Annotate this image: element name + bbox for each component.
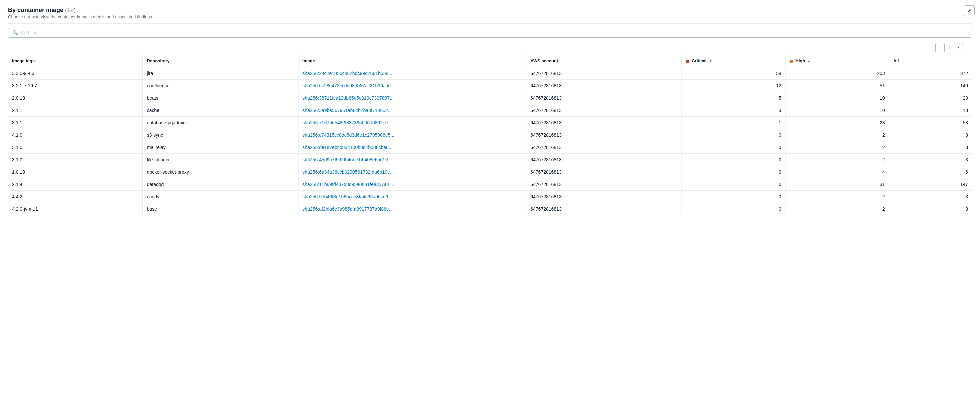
cell-image[interactable]: sha256:71679d548f98373650d6d6862ee... (298, 117, 527, 129)
cell-critical: 58 (682, 67, 786, 80)
cell-high: 31 (786, 178, 889, 191)
cell-critical: 3 (682, 104, 786, 117)
col-header-image: Image (298, 55, 527, 67)
cell-all: 6 (889, 166, 972, 178)
table-row[interactable]: 3.2.1-7.19.7confluencesha256:6c28e473ccd… (8, 80, 972, 92)
cell-aws-account: 647672816813 (527, 80, 682, 92)
critical-sort-icon: ▼ (709, 59, 713, 63)
cell-aws-account: 647672816813 (527, 117, 682, 129)
cell-image[interactable]: sha256:38711fca13db65e5c319c7307887... (298, 92, 527, 104)
pagination-next-button[interactable]: › (954, 43, 963, 52)
cell-aws-account: 647672816813 (527, 104, 682, 117)
cell-high: 10 (786, 92, 889, 104)
cell-image-link[interactable]: sha256:6c28e473ccddd8db87ac31b36add... (302, 83, 395, 88)
cell-high: 2 (786, 129, 889, 141)
cell-repository: mailrelay (143, 141, 298, 154)
high-dot (789, 60, 793, 63)
cell-critical: 0 (682, 154, 786, 166)
cell-critical: 0 (682, 166, 786, 178)
container-images-table: Image tags Repository Image AWS account … (8, 55, 972, 215)
cell-critical: 0 (682, 178, 786, 191)
cell-repository: caddy (143, 191, 298, 203)
col-header-critical[interactable]: Critical ▼ (682, 55, 786, 67)
pagination-row: ‹ 1 › … (8, 43, 972, 52)
header-divider (8, 23, 972, 24)
pagination-prev-button[interactable]: ‹ (935, 43, 945, 52)
pagination-ellipsis: … (965, 45, 972, 50)
table-row[interactable]: 2.1.4datadogsha256:11b69fd437d0d95a0031f… (8, 178, 972, 191)
page-title-text: By container image (8, 7, 64, 13)
cell-high: 2 (786, 141, 889, 154)
cell-aws-account: 647672816813 (527, 203, 682, 215)
table-row[interactable]: 3.1.1database-pgadminsha256:71679d548f98… (8, 117, 972, 129)
cell-aws-account: 647672816813 (527, 191, 682, 203)
cell-image[interactable]: sha256:c74315cc8dc5d3d6e1c2795906e5... (298, 129, 527, 141)
cell-high: 4 (786, 166, 889, 178)
cell-image[interactable]: sha256:6c28e473ccddd8db87ac31b36add... (298, 80, 527, 92)
cell-image-link[interactable]: sha256:3a9ba567961ab64b2ba3f710652... (302, 108, 392, 113)
high-sort-icon: ▽ (808, 59, 810, 63)
cell-image-link[interactable]: sha256:45d9b7f592fb46ee1fb408e6ab19... (302, 157, 392, 162)
table-row[interactable]: 3.1.0file-cleanersha256:45d9b7f592fb46ee… (8, 154, 972, 166)
table-body: 3.3.0-9.4.3jirasha256:24c2e1850cb62bdc99… (8, 67, 972, 215)
cell-critical: 12 (682, 80, 786, 92)
cell-image-link[interactable]: sha256:de1d7ebcb834100b8d2b008cba8... (302, 144, 393, 150)
cell-aws-account: 647672816813 (527, 154, 682, 166)
cell-critical: 5 (682, 92, 786, 104)
cell-all: 20 (889, 92, 972, 104)
cell-image[interactable]: sha256:45d9b7f592fb46ee1fb408e6ab19... (298, 154, 527, 166)
cell-image-link[interactable]: sha256:6a34a38ccb0290561732fda6b19e... (302, 169, 394, 175)
col-header-all: All (889, 55, 972, 67)
cell-image-tags: 2.0.13 (8, 92, 143, 104)
cell-aws-account: 647672816813 (527, 129, 682, 141)
cell-image[interactable]: sha256:11b69fd437d0d95a0031fea357a4... (298, 178, 527, 191)
cell-aws-account: 647672816813 (527, 141, 682, 154)
cell-repository: datadog (143, 178, 298, 191)
cell-all: 58 (889, 117, 972, 129)
table-row[interactable]: 4.4.2caddysha256:9db49f8e1b65ccb3fa4c96a… (8, 191, 972, 203)
cell-image[interactable]: sha256:6a34a38ccb0290561732fda6b19e... (298, 166, 527, 178)
cell-high: 2 (786, 154, 889, 166)
table-row[interactable]: 4.2.0-jvm-11basesha256:af2bfa6c3a985dfa8… (8, 203, 972, 215)
table-row[interactable]: 1.0.10docker-socket-proxysha256:6a34a38c… (8, 166, 972, 178)
cell-high: 51 (786, 80, 889, 92)
cell-critical: 0 (682, 129, 786, 141)
cell-image-link[interactable]: sha256:9db49f8e1b65ccb3fa4c96ad6ce9... (302, 194, 392, 199)
cell-repository: database-pgadmin (143, 117, 298, 129)
cell-image-link[interactable]: sha256:af2bfa6c3a985dfa8917787a9f86e... (302, 206, 393, 212)
cell-all: 3 (889, 129, 972, 141)
cell-image-link[interactable]: sha256:71679d548f98373650d6d6862ee... (302, 120, 392, 125)
cell-all: 3 (889, 191, 972, 203)
cell-image-link[interactable]: sha256:24c2e1850cb62bdc99d7661b658... (302, 71, 392, 76)
cell-image[interactable]: sha256:24c2e1850cb62bdc99d7661b658... (298, 67, 527, 80)
cell-repository: file-cleaner (143, 154, 298, 166)
cell-image-link[interactable]: sha256:c74315cc8dc5d3d6e1c2795906e5... (302, 132, 395, 138)
cell-high: 28 (786, 117, 889, 129)
cell-image-link[interactable]: sha256:11b69fd437d0d95a0031fea357a4... (302, 182, 393, 187)
table-row[interactable]: 3.3.0-9.4.3jirasha256:24c2e1850cb62bdc99… (8, 67, 972, 80)
cell-image-tags: 3.2.1-7.19.7 (8, 80, 143, 92)
cell-all: 147 (889, 178, 972, 191)
cell-high: 2 (786, 191, 889, 203)
cell-image-tags: 3.1.0 (8, 141, 143, 154)
filter-bar: 🔍 (8, 28, 972, 38)
cell-image[interactable]: sha256:de1d7ebcb834100b8d2b008cba8... (298, 141, 527, 154)
cell-image[interactable]: sha256:3a9ba567961ab64b2ba3f710652... (298, 104, 527, 117)
critical-dot (686, 60, 689, 63)
page-title: By container image (12) (8, 7, 972, 14)
cell-image[interactable]: sha256:af2bfa6c3a985dfa8917787a9f86e... (298, 203, 527, 215)
cell-critical: 0 (682, 203, 786, 215)
cell-all: 3 (889, 141, 972, 154)
table-row[interactable]: 3.1.0mailrelaysha256:de1d7ebcb834100b8d2… (8, 141, 972, 154)
search-input[interactable] (21, 30, 968, 35)
cell-image[interactable]: sha256:9db49f8e1b65ccb3fa4c96ad6ce9... (298, 191, 527, 203)
cell-image-tags: 4.1.0 (8, 129, 143, 141)
table-row[interactable]: 2.0.13beatssha256:38711fca13db65e5c319c7… (8, 92, 972, 104)
expand-button[interactable]: ⤢ (964, 5, 975, 16)
cell-image-tags: 3.3.0-9.4.3 (8, 67, 143, 80)
cell-repository: base (143, 203, 298, 215)
table-row[interactable]: 2.1.1cachesha256:3a9ba567961ab64b2ba3f71… (8, 104, 972, 117)
table-row[interactable]: 4.1.0s3-syncsha256:c74315cc8dc5d3d6e1c27… (8, 129, 972, 141)
col-header-high[interactable]: High ▽ (786, 55, 889, 67)
cell-image-link[interactable]: sha256:38711fca13db65e5c319c7307887... (302, 95, 394, 101)
